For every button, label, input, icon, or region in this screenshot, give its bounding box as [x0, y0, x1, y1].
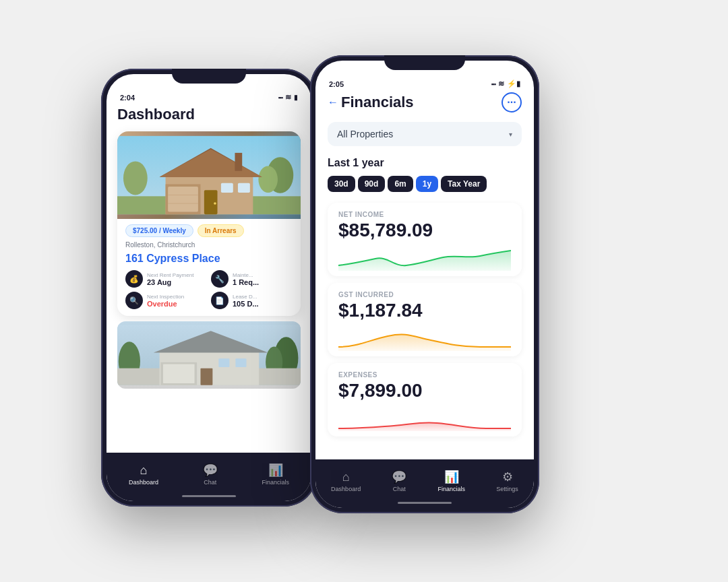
financials-header: ← Financials ···: [328, 92, 522, 112]
tab-90d[interactable]: 90d: [358, 176, 386, 192]
notch-1: [172, 69, 246, 84]
scene: 2:04 ▪▪▪ ≋ ▮ Dashboard: [61, 28, 667, 554]
back-button[interactable]: ← Financials: [328, 94, 414, 111]
net-income-card[interactable]: NET INCOME $85,789.09: [328, 203, 522, 276]
bottom-nav-2: ⌂ Dashboard 💬 Chat 📊 Financials ⚙ Settin…: [315, 459, 534, 508]
price-badge: $725.00 / Weekly: [125, 224, 193, 237]
chat-nav-label-2: Chat: [393, 486, 406, 492]
nav-financials-1[interactable]: 📊 Financials: [262, 463, 290, 486]
tab-tax-year[interactable]: Tax Year: [441, 176, 487, 192]
dropdown-arrow-icon: ▾: [509, 131, 512, 138]
gst-value: $1,187.84: [338, 300, 511, 321]
property-name: 161 Cypress Place: [117, 251, 301, 270]
wifi-icon-1: ≋: [285, 93, 291, 102]
battery-icon-1: ▮: [294, 94, 298, 101]
inspection-icon: 🔍: [125, 292, 143, 309]
stat-rent: 💰 Next Rent Payment 23 Aug: [125, 270, 207, 288]
phone-1-screen: 2:04 ▪▪▪ ≋ ▮ Dashboard: [107, 74, 311, 501]
phone-2-screen: 2:05 ▪▪▪ ≋ ⚡▮ ← Financials ···: [315, 61, 534, 508]
financials-nav-icon-2: 📊: [444, 470, 459, 484]
period-label: Last 1 year: [328, 157, 522, 169]
property-image-1: [117, 131, 301, 219]
rent-icon: 💰: [125, 270, 143, 288]
bottom-nav-1: ⌂ Dashboard 💬 Chat 📊 Financials: [107, 453, 311, 501]
chat-nav-icon-2: 💬: [392, 470, 406, 484]
dashboard-nav-icon-1: ⌂: [140, 463, 147, 478]
expenses-label: EXPENSES: [338, 371, 511, 379]
property-card-1[interactable]: $725.00 / Weekly In Arrears Rolleston, C…: [117, 131, 301, 316]
financials-nav-label-1: Financials: [262, 479, 290, 486]
dashboard-content: Dashboard: [107, 106, 311, 389]
nav-settings-2[interactable]: ⚙ Settings: [496, 470, 518, 492]
financials-title: Financials: [341, 94, 414, 111]
tab-30d[interactable]: 30d: [328, 176, 355, 192]
chat-nav-label-1: Chat: [204, 479, 216, 486]
status-icons-2: ▪▪▪ ≋ ⚡▮: [491, 79, 520, 88]
svg-rect-16: [235, 153, 242, 171]
property-stats: 💰 Next Rent Payment 23 Aug 🔧 Mainte... 1…: [117, 270, 301, 316]
time-1: 2:04: [120, 94, 135, 102]
property-badges: $725.00 / Weekly In Arrears: [117, 219, 301, 240]
svg-rect-26: [200, 368, 212, 385]
stat-maintenance: 🔧 Mainte... 1 Req...: [211, 270, 293, 288]
svg-point-3: [258, 166, 278, 193]
expenses-chart: [338, 407, 511, 431]
period-tabs: 30d 90d 6m 1y Tax Year: [328, 176, 522, 192]
chat-nav-icon-1: 💬: [203, 463, 218, 478]
home-indicator-1: [182, 495, 236, 497]
settings-nav-icon-2: ⚙: [502, 470, 513, 484]
financials-nav-label-2: Financials: [438, 486, 466, 492]
lease-icon: 📄: [211, 292, 229, 309]
gst-label: GST INCURRED: [338, 291, 511, 298]
settings-nav-label-2: Settings: [496, 486, 518, 492]
tab-6m[interactable]: 6m: [388, 176, 413, 192]
property-card-2-preview[interactable]: [117, 321, 301, 389]
property-address: Rolleston, Christchurch: [117, 240, 301, 251]
gst-chart: [338, 327, 511, 351]
net-income-chart: [338, 247, 511, 271]
dashboard-nav-label-1: Dashboard: [129, 479, 158, 486]
nav-financials-2[interactable]: 📊 Financials: [438, 470, 466, 492]
svg-rect-15: [238, 183, 250, 193]
home-indicator-2: [398, 502, 452, 504]
battery-icon-2: ⚡▮: [507, 79, 520, 88]
svg-rect-14: [221, 183, 233, 193]
svg-point-1: [123, 161, 148, 195]
expenses-card[interactable]: EXPENSES $7,899.00: [328, 363, 522, 437]
dashboard-title: Dashboard: [117, 106, 301, 123]
arrears-badge: In Arrears: [198, 224, 244, 237]
financials-nav-icon-1: 📊: [268, 463, 283, 478]
notch-2: [384, 55, 465, 70]
maintenance-icon: 🔧: [211, 270, 229, 288]
svg-rect-9: [168, 187, 198, 212]
more-icon: ···: [507, 97, 516, 108]
property-selector[interactable]: All Properties ▾: [328, 122, 522, 146]
tab-1y[interactable]: 1y: [416, 176, 438, 192]
dashboard-nav-label-2: Dashboard: [331, 486, 361, 492]
stat-lease: 📄 Lease D... 105 D...: [211, 292, 293, 309]
signal-icon-2: ▪▪▪: [491, 81, 495, 88]
more-button[interactable]: ···: [502, 92, 522, 112]
back-arrow-icon: ←: [328, 96, 338, 108]
nav-chat-1[interactable]: 💬 Chat: [203, 463, 218, 486]
svg-point-13: [214, 202, 216, 205]
property-selector-text: All Properties: [337, 129, 393, 139]
stat-inspection: 🔍 Next Inspection Overdue: [125, 292, 207, 309]
nav-dashboard-1[interactable]: ⌂ Dashboard: [129, 463, 158, 486]
nav-chat-2[interactable]: 💬 Chat: [392, 470, 406, 492]
wifi-icon-2: ≋: [498, 79, 504, 88]
nav-dashboard-2[interactable]: ⌂ Dashboard: [331, 470, 361, 492]
phone-dashboard: 2:04 ▪▪▪ ≋ ▮ Dashboard: [101, 69, 317, 507]
status-icons-1: ▪▪▪ ≋ ▮: [278, 93, 298, 102]
svg-rect-28: [235, 358, 246, 367]
expenses-value: $7,899.00: [338, 380, 511, 401]
net-income-value: $85,789.09: [338, 220, 511, 241]
time-2: 2:05: [329, 80, 344, 88]
svg-rect-12: [204, 190, 218, 214]
financials-content: ← Financials ··· All Properties ▾ Last 1…: [315, 92, 534, 443]
phone-financials: 2:05 ▪▪▪ ≋ ⚡▮ ← Financials ···: [310, 55, 539, 513]
svg-rect-25: [163, 364, 195, 383]
dashboard-nav-icon-2: ⌂: [342, 470, 350, 484]
signal-icon-1: ▪▪▪: [278, 94, 282, 101]
gst-card[interactable]: GST INCURRED $1,187.84: [328, 283, 522, 356]
